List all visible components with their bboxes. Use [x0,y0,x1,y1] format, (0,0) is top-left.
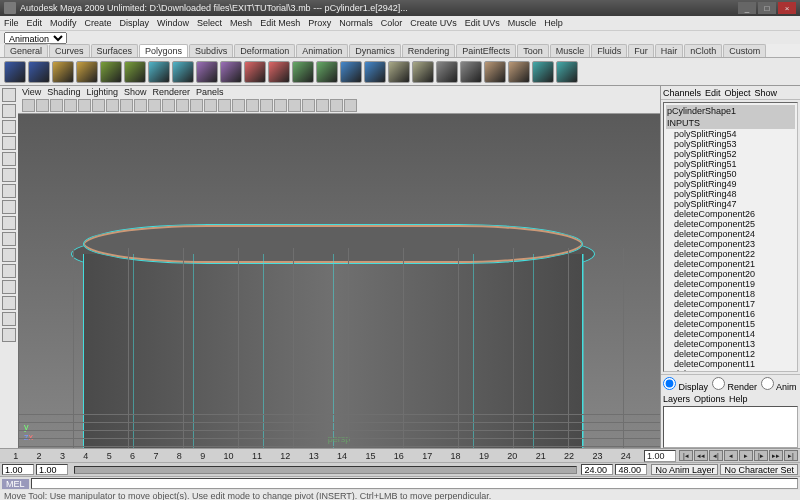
paneltool-11[interactable] [176,99,189,112]
menu-help[interactable]: Help [544,18,563,28]
tool-15[interactable] [2,328,16,342]
menu-window[interactable]: Window [157,18,189,28]
minimize-button[interactable]: _ [738,2,756,14]
range-out[interactable]: 24.00 [581,464,613,475]
shelftab-curves[interactable]: Curves [49,44,90,57]
chtab-show[interactable]: Show [755,88,778,98]
input-node[interactable]: deleteComponent16 [666,309,795,319]
shelftab-painteffects[interactable]: PaintEffects [456,44,516,57]
input-node[interactable]: deleteComponent11 [666,359,795,369]
menu-mesh[interactable]: Mesh [230,18,252,28]
input-node[interactable]: polySplitRing54 [666,129,795,139]
input-node[interactable]: deleteComponent19 [666,279,795,289]
panelmenu-lighting[interactable]: Lighting [86,87,118,97]
paneltool-14[interactable] [218,99,231,112]
goto-start-button[interactable]: |◂ [679,450,693,461]
chtab-edit[interactable]: Edit [705,88,721,98]
paneltool-5[interactable] [92,99,105,112]
panelmenu-shading[interactable]: Shading [47,87,80,97]
paneltool-12[interactable] [190,99,203,112]
shelf-icon-9[interactable] [220,61,242,83]
step-back-button[interactable]: ◂◂ [694,450,708,461]
panelmenu-show[interactable]: Show [124,87,147,97]
input-node[interactable]: deleteComponent24 [666,229,795,239]
tool-3[interactable] [2,136,16,150]
input-node[interactable]: deleteComponent15 [666,319,795,329]
laytab-help[interactable]: Help [729,394,748,404]
shelf-icon-19[interactable] [460,61,482,83]
input-node[interactable]: deleteComponent18 [666,289,795,299]
render-radio[interactable]: Render [712,377,757,392]
paneltool-13[interactable] [204,99,217,112]
menu-edit[interactable]: Edit [27,18,43,28]
tool-5[interactable] [2,168,16,182]
tool-14[interactable] [2,312,16,326]
prev-key-button[interactable]: ◂| [709,450,723,461]
maximize-button[interactable]: □ [758,2,776,14]
shelftab-surfaces[interactable]: Surfaces [91,44,139,57]
range-start[interactable]: 1.00 [2,464,34,475]
tool-7[interactable] [2,200,16,214]
anim-radio[interactable]: Anim [761,377,797,392]
shelftab-rendering[interactable]: Rendering [402,44,456,57]
input-node[interactable]: polySplitRing47 [666,199,795,209]
input-node[interactable]: deleteComponent12 [666,349,795,359]
paneltool-4[interactable] [78,99,91,112]
shelf-icon-2[interactable] [52,61,74,83]
paneltool-1[interactable] [36,99,49,112]
menu-normals[interactable]: Normals [339,18,373,28]
tool-12[interactable] [2,280,16,294]
step-fwd-button[interactable]: ▸▸ [769,450,783,461]
paneltool-20[interactable] [302,99,315,112]
shelf-icon-1[interactable] [28,61,50,83]
input-node[interactable]: deleteComponent22 [666,249,795,259]
laytab-layers[interactable]: Layers [663,394,690,404]
command-input[interactable] [31,478,798,489]
shelf-icon-0[interactable] [4,61,26,83]
laytab-options[interactable]: Options [694,394,725,404]
shelftab-fur[interactable]: Fur [628,44,654,57]
viewport[interactable]: yzx persp [18,114,660,448]
animlayer-select[interactable]: No Anim Layer [651,464,718,475]
paneltool-2[interactable] [50,99,63,112]
shelftab-muscle[interactable]: Muscle [550,44,591,57]
paneltool-0[interactable] [22,99,35,112]
close-button[interactable]: × [778,2,796,14]
menu-proxy[interactable]: Proxy [308,18,331,28]
next-key-button[interactable]: |▸ [754,450,768,461]
range-in[interactable]: 1.00 [36,464,68,475]
input-node[interactable]: deleteComponent26 [666,209,795,219]
shelf-icon-4[interactable] [100,61,122,83]
shelf-icon-7[interactable] [172,61,194,83]
paneltool-23[interactable] [344,99,357,112]
tool-4[interactable] [2,152,16,166]
input-node[interactable]: polySplitRing50 [666,169,795,179]
panelmenu-renderer[interactable]: Renderer [152,87,190,97]
shelf-icon-22[interactable] [532,61,554,83]
chtab-channels[interactable]: Channels [663,88,701,98]
layers-list[interactable] [663,406,798,448]
shelf-icon-11[interactable] [268,61,290,83]
tool-6[interactable] [2,184,16,198]
panelmenu-panels[interactable]: Panels [196,87,224,97]
input-node[interactable]: deleteComponent21 [666,259,795,269]
tool-8[interactable] [2,216,16,230]
paneltool-18[interactable] [274,99,287,112]
channel-box[interactable]: pCylinderShape1 INPUTS polySplitRing54po… [663,102,798,372]
shelftab-animation[interactable]: Animation [296,44,348,57]
shelf-icon-6[interactable] [148,61,170,83]
charset-select[interactable]: No Character Set [720,464,798,475]
input-node[interactable]: polySplitRing52 [666,149,795,159]
shelftab-fluids[interactable]: Fluids [591,44,627,57]
menu-muscle[interactable]: Muscle [508,18,537,28]
play-button[interactable]: ▸ [739,450,753,461]
input-node[interactable]: deleteComponent10 [666,369,795,372]
input-node[interactable]: polySplitRing49 [666,179,795,189]
shelf-icon-13[interactable] [316,61,338,83]
shelf-icon-20[interactable] [484,61,506,83]
paneltool-22[interactable] [330,99,343,112]
tool-13[interactable] [2,296,16,310]
input-node[interactable]: deleteComponent25 [666,219,795,229]
panelmenu-view[interactable]: View [22,87,41,97]
paneltool-3[interactable] [64,99,77,112]
